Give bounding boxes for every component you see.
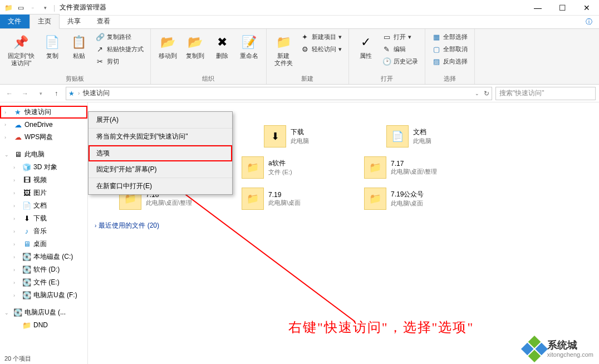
folder-name: 文档: [413, 127, 431, 137]
moveto-button[interactable]: 📂移动到: [155, 31, 180, 62]
sidebar-3dobjects[interactable]: ›🧊3D 对象: [0, 161, 87, 174]
sidebar-onedrive[interactable]: ›☁OneDrive: [0, 119, 87, 131]
newfolder-button[interactable]: 📁新建 文件夹: [271, 31, 296, 69]
close-button[interactable]: ✕: [575, 0, 599, 16]
copyto-button[interactable]: 📂复制到: [183, 31, 208, 62]
annotation-text: 右键"快速访问"，选择"选项": [288, 318, 474, 336]
ctx-expand[interactable]: 展开(A): [89, 112, 232, 129]
sidebar-documents[interactable]: ›📄文档: [0, 199, 87, 212]
history-icon: 🕑: [382, 57, 391, 66]
forward-button[interactable]: →: [19, 87, 31, 100]
rename-icon: 📝: [240, 33, 258, 51]
properties-button[interactable]: ✓属性: [353, 31, 378, 62]
paste-button[interactable]: 📋 粘贴: [67, 31, 91, 62]
folder-sub: 此电脑: [413, 137, 431, 145]
folder-item[interactable]: 📄文档此电脑: [384, 123, 495, 150]
folder-icon: 📁: [364, 188, 386, 210]
ctx-new-window[interactable]: 在新窗口中打开(E): [89, 178, 232, 194]
sidebar-music[interactable]: ›♪音乐: [0, 225, 87, 238]
cut-icon: ✂: [96, 57, 105, 66]
sidebar: ›★快速访问 ›☁OneDrive ›☁WPS网盘 ⌄🖥此电脑 ›🧊3D 对象 …: [0, 102, 88, 364]
sidebar-wps[interactable]: ›☁WPS网盘: [0, 131, 87, 144]
sidebar-pictures[interactable]: ›🖼图片: [0, 186, 87, 199]
tab-file[interactable]: 文件: [0, 14, 30, 28]
folder-sub: 此电脑\桌面\整理: [391, 168, 437, 176]
edit-icon: ✎: [382, 45, 391, 53]
open-icon: ▭: [382, 32, 391, 41]
tab-home[interactable]: 主页: [30, 14, 60, 29]
sidebar-dnd[interactable]: 📁DND: [0, 319, 87, 331]
watermark: 系统城 xitongcheng.com: [525, 340, 593, 358]
delete-button[interactable]: ✖删除: [210, 31, 234, 62]
qat-dropdown-icon[interactable]: ▾: [40, 3, 50, 13]
sidebar-downloads[interactable]: ›⬇下载: [0, 212, 87, 225]
sidebar-desktop[interactable]: ›🖥桌面: [0, 238, 87, 250]
folder-item[interactable]: ⬇下载此电脑: [262, 123, 373, 150]
context-menu: 展开(A) 将当前文件夹固定到"快速访问" 选项 固定到"开始"屏幕(P) 在新…: [88, 111, 233, 195]
pin-icon: 📌: [12, 33, 30, 51]
breadcrumb-item[interactable]: 快速访问: [83, 88, 110, 98]
addressbar[interactable]: ★ › 快速访问 ⌄ ↻: [66, 87, 492, 100]
tab-view[interactable]: 查看: [89, 14, 119, 28]
ctx-options[interactable]: 选项: [89, 145, 232, 161]
back-button[interactable]: ←: [3, 87, 16, 100]
search-input[interactable]: 搜索"快速访问": [495, 87, 596, 100]
selectnone-button[interactable]: ▢全部取消: [430, 43, 470, 55]
properties-icon: ✓: [357, 33, 375, 51]
pin-quickaccess-button[interactable]: 📌 固定到"快 速访问": [4, 31, 38, 69]
folder-icon: ⬇: [264, 125, 286, 147]
recent-dropdown[interactable]: ▾: [35, 87, 47, 100]
sidebar-drive-e[interactable]: ›💽文件 (E:): [0, 276, 87, 289]
sidebar-drive-d[interactable]: ›💽软件 (D:): [0, 263, 87, 276]
sidebar-drive-c[interactable]: ›💽本地磁盘 (C:): [0, 250, 87, 263]
folder-name: 7.19公众号: [391, 190, 424, 199]
tab-share[interactable]: 共享: [60, 14, 89, 28]
section-recent-files[interactable]: ›最近使用的文件 (20): [95, 221, 592, 230]
folder-item[interactable]: 📁a软件文件 (E:): [239, 154, 351, 181]
statusbar: 20 个项目: [0, 353, 36, 364]
folder-name: a软件: [268, 159, 292, 168]
sidebar-drive-f[interactable]: ›💽电脑店U盘 (F:): [0, 289, 87, 302]
easyaccess-button[interactable]: ⚙轻松访问 ▾: [298, 43, 344, 55]
rename-button[interactable]: 📝重命名: [237, 31, 262, 62]
qat-properties-icon[interactable]: ▭: [16, 3, 26, 13]
maximize-button[interactable]: ☐: [550, 0, 575, 16]
selectall-button[interactable]: ▦全部选择: [430, 31, 470, 42]
folder-sub: 此电脑\桌面: [391, 199, 424, 208]
window-title: 文件资源管理器: [60, 3, 106, 12]
folder-item[interactable]: 📁7.19公众号此电脑\桌面: [362, 185, 473, 212]
edit-button[interactable]: ✎编辑: [380, 43, 420, 55]
ribbon-help-icon[interactable]: ⓘ: [579, 17, 599, 27]
titlebar: 📁 ▭ ▫ ▾ | 文件资源管理器 — ☐ ✕: [0, 0, 599, 16]
ribbon: 📌 固定到"快 速访问" 📄 复制 📋 粘贴 🔗复制路径 ↗粘贴快捷方式 ✂剪切…: [0, 29, 599, 85]
sidebar-thispc[interactable]: ⌄🖥此电脑: [0, 148, 87, 161]
easyaccess-icon: ⚙: [301, 45, 310, 53]
sidebar-videos[interactable]: ›🎞视频: [0, 174, 87, 186]
sidebar-usb[interactable]: ⌄💽电脑店U盘 (...: [0, 306, 87, 319]
watermark-name: 系统城: [547, 340, 593, 351]
invert-icon: ▨: [432, 57, 441, 66]
folder-item[interactable]: 📁7.19此电脑\桌面: [239, 185, 351, 212]
newitem-button[interactable]: ✦新建项目 ▾: [298, 31, 344, 42]
selectall-icon: ▦: [432, 32, 441, 41]
up-button[interactable]: ↑: [50, 87, 62, 100]
copy-path-button[interactable]: 🔗复制路径: [94, 31, 146, 42]
moveto-icon: 📂: [159, 33, 176, 51]
ctx-pin-quickaccess[interactable]: 将当前文件夹固定到"快速访问": [89, 129, 232, 145]
folder-icon: 📄: [386, 125, 409, 147]
minimize-button[interactable]: —: [526, 0, 550, 16]
ctx-pin-start[interactable]: 固定到"开始"屏幕(P): [89, 161, 232, 178]
sidebar-quickaccess[interactable]: ›★快速访问: [0, 106, 87, 119]
history-button[interactable]: 🕑历史记录: [380, 56, 420, 67]
cut-button[interactable]: ✂剪切: [94, 56, 146, 67]
shortcut-icon: ↗: [96, 45, 105, 53]
refresh-icon[interactable]: ↻: [484, 90, 489, 97]
content-area: ⌄常用文件夹 (10) ⬇下载此电脑📄文档此电脑🖼图片此电脑📁a软件文件 (E:…: [88, 102, 599, 364]
address-dropdown-icon[interactable]: ⌄: [475, 91, 479, 96]
folder-item[interactable]: 📁7.17此电脑\桌面\整理: [362, 154, 473, 181]
copy-button[interactable]: 📄 复制: [40, 31, 65, 62]
open-button[interactable]: ▭打开 ▾: [380, 31, 420, 42]
qat-newfolder-icon[interactable]: ▫: [28, 3, 38, 13]
paste-shortcut-button[interactable]: ↗粘贴快捷方式: [94, 43, 146, 55]
invert-button[interactable]: ▨反向选择: [430, 56, 470, 67]
